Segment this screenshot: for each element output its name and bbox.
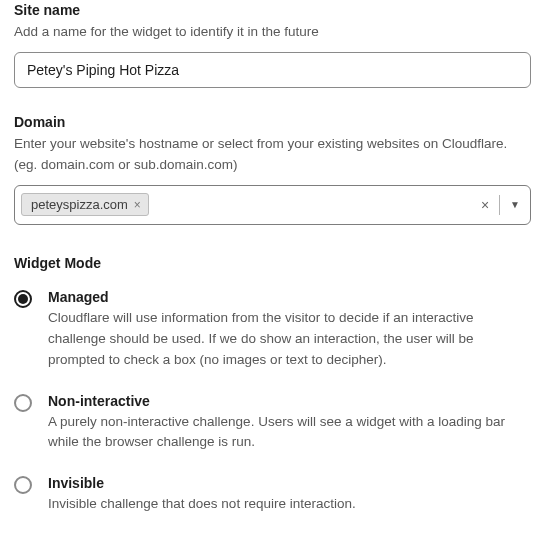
radio-content-managed: Managed Cloudflare will use information … xyxy=(48,289,531,371)
radio-dot-icon xyxy=(18,294,28,304)
widget-mode-section: Widget Mode Managed Cloudflare will use … xyxy=(14,255,531,516)
combo-clear-icon[interactable]: × xyxy=(477,197,493,213)
site-name-input[interactable] xyxy=(14,52,531,88)
radio-desc: Invisible challenge that does not requir… xyxy=(48,494,531,515)
widget-mode-heading: Widget Mode xyxy=(14,255,531,271)
domain-chip-label: peteyspizza.com xyxy=(31,197,128,212)
site-name-help: Add a name for the widget to identify it… xyxy=(14,22,531,42)
radio-desc: Cloudflare will use information from the… xyxy=(48,308,531,371)
site-name-label: Site name xyxy=(14,2,531,18)
radio-content-invisible: Invisible Invisible challenge that does … xyxy=(48,475,531,515)
combo-divider xyxy=(499,195,500,215)
radio-button-non-interactive[interactable] xyxy=(14,394,32,412)
radio-option-invisible[interactable]: Invisible Invisible challenge that does … xyxy=(14,475,531,515)
domain-field: Domain Enter your website's hostname or … xyxy=(14,114,531,225)
radio-title: Invisible xyxy=(48,475,531,491)
domain-chip[interactable]: peteyspizza.com × xyxy=(21,193,149,216)
radio-option-non-interactive[interactable]: Non-interactive A purely non-interactive… xyxy=(14,393,531,454)
radio-content-non-interactive: Non-interactive A purely non-interactive… xyxy=(48,393,531,454)
radio-title: Managed xyxy=(48,289,531,305)
site-name-field: Site name Add a name for the widget to i… xyxy=(14,2,531,88)
chevron-down-icon[interactable]: ▼ xyxy=(506,199,524,210)
radio-desc: A purely non-interactive challenge. User… xyxy=(48,412,531,454)
radio-title: Non-interactive xyxy=(48,393,531,409)
domain-help: Enter your website's hostname or select … xyxy=(14,134,531,175)
radio-button-managed[interactable] xyxy=(14,290,32,308)
radio-option-managed[interactable]: Managed Cloudflare will use information … xyxy=(14,289,531,371)
chip-remove-icon[interactable]: × xyxy=(134,199,141,211)
domain-combobox[interactable]: peteyspizza.com × × ▼ xyxy=(14,185,531,225)
radio-button-invisible[interactable] xyxy=(14,476,32,494)
domain-label: Domain xyxy=(14,114,531,130)
